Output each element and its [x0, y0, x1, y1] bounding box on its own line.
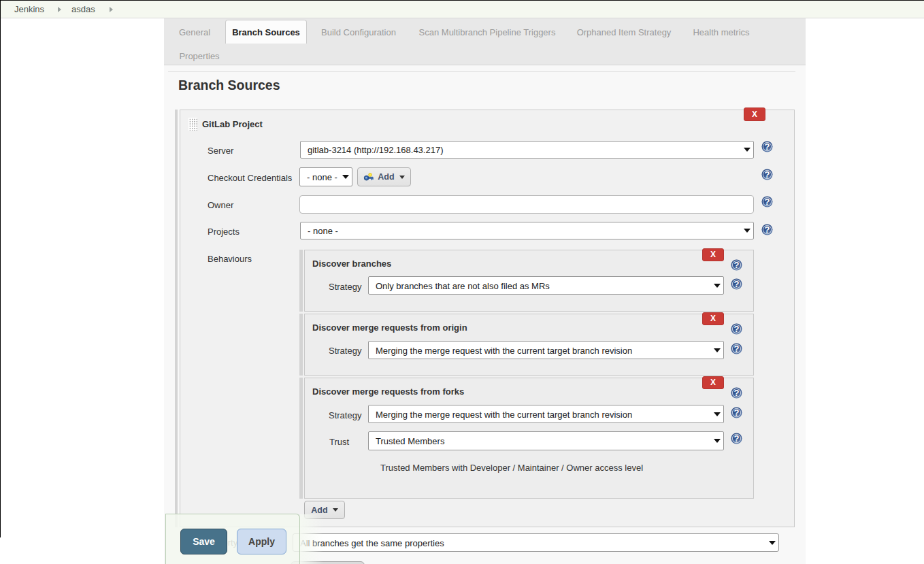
svg-text:?: ? — [765, 197, 770, 207]
svg-text:?: ? — [734, 260, 740, 270]
svg-text:?: ? — [734, 344, 740, 354]
svg-text:?: ? — [765, 169, 770, 180]
svg-text:?: ? — [734, 279, 740, 289]
svg-text:?: ? — [765, 142, 770, 152]
svg-text:?: ? — [734, 408, 740, 418]
svg-text:?: ? — [765, 225, 770, 235]
svg-text:?: ? — [734, 433, 740, 444]
svg-text:?: ? — [734, 388, 740, 398]
svg-text:?: ? — [734, 324, 740, 334]
